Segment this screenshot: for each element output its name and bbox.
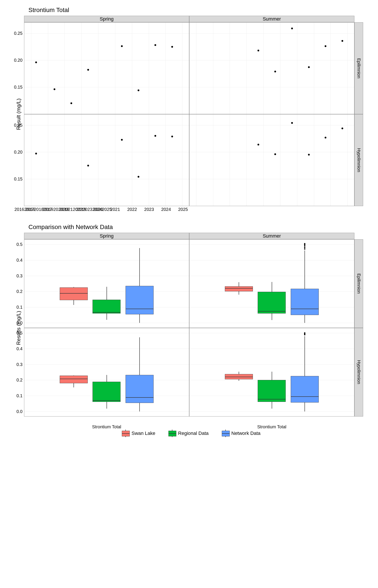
data-point — [138, 90, 139, 91]
box-regional-data — [93, 300, 121, 313]
data-point — [325, 137, 326, 138]
data-point — [35, 61, 37, 63]
legend-net-label: Network Data — [231, 430, 260, 436]
scatter-panel-spring-epi: 0.150.200.25 — [24, 22, 189, 114]
legend-net: Network Data — [222, 430, 260, 437]
data-point — [308, 154, 310, 156]
box-swan-lake — [225, 374, 253, 379]
data-point — [54, 88, 55, 90]
box-x-axis-summer: Strontium Total — [189, 416, 354, 423]
box-swan-lake — [225, 286, 253, 291]
box-ylabel: Results (mg/L) — [13, 239, 24, 416]
data-point — [341, 128, 343, 129]
legend-region: Regional Data — [168, 430, 208, 437]
scatter-title: Strontium Total — [28, 7, 369, 13]
box-network-data — [291, 289, 319, 315]
data-point — [154, 135, 156, 137]
scatter-x-axis-summer: 2016201720182019202020212022202320242025 — [24, 206, 189, 213]
data-point — [257, 50, 259, 51]
data-point — [171, 136, 173, 137]
data-point — [121, 45, 123, 47]
data-point — [274, 71, 276, 72]
data-point — [341, 40, 343, 42]
box-regional-data — [93, 382, 121, 402]
box-regional-data — [258, 292, 286, 313]
data-point — [291, 122, 293, 124]
scatter-row-epi: Epilimnion — [354, 22, 363, 114]
scatter-x-axis-spring: 2016201720182019202020212022202320242025 — [13, 206, 24, 213]
legend-region-label: Regional Data — [178, 430, 208, 436]
legend: Swan Lake Regional Data Network Data — [13, 430, 369, 437]
box-title: Comparison with Network Data — [28, 224, 369, 231]
legend-swan: Swan Lake — [122, 430, 155, 437]
box-swan-lake — [60, 375, 88, 383]
box-col-summer: Summer — [189, 233, 354, 239]
data-point — [308, 66, 310, 68]
data-point — [70, 102, 72, 104]
data-point — [121, 139, 123, 141]
data-point — [171, 46, 173, 48]
legend-swan-label: Swan Lake — [132, 430, 155, 436]
box-col-spring: Spring — [24, 233, 189, 239]
data-point — [274, 153, 276, 155]
box-chart: Comparison with Network Data Spring Summ… — [0, 217, 378, 441]
scatter-panel-summer-hypo — [189, 114, 354, 206]
scatter-row-hypo: Hypolimnion — [354, 114, 363, 206]
data-point — [325, 45, 326, 47]
data-point — [87, 69, 89, 71]
box-swan-lake — [60, 287, 88, 300]
scatter-panel-summer-epi — [189, 22, 354, 114]
box-panel-summer-hypo — [189, 328, 354, 416]
data-point — [138, 176, 139, 178]
data-point — [291, 27, 293, 29]
scatter-panel-spring-hypo: 0.150.200.25 — [24, 114, 189, 206]
box-network-data — [291, 376, 319, 402]
data-point — [154, 44, 156, 46]
box-row-hypo: Hypolimnion — [354, 328, 363, 416]
box-panel-spring-epi: 0.00.10.20.30.40.5 — [24, 239, 189, 328]
scatter-col-summer: Summer — [189, 16, 354, 22]
box-panel-summer-epi — [189, 239, 354, 328]
scatter-chart: Strontium Total Spring Summer Result (mg… — [0, 0, 378, 217]
box-network-data — [126, 286, 154, 314]
box-x-axis-spring: Strontium Total — [24, 416, 189, 423]
box-row-epi: Epilimnion — [354, 239, 363, 328]
box-regional-data — [258, 380, 286, 402]
data-point — [35, 153, 37, 154]
box-panel-spring-hypo: 0.00.10.20.30.40.5 — [24, 328, 189, 416]
scatter-col-spring: Spring — [24, 16, 189, 22]
data-point — [87, 165, 89, 166]
data-point — [257, 144, 259, 146]
box-network-data — [126, 375, 154, 403]
